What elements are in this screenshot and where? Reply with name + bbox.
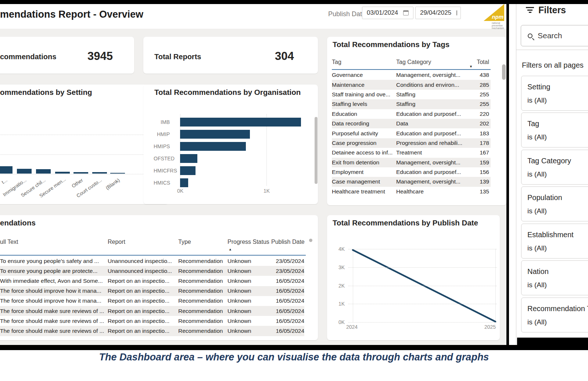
cell: 255 (463, 101, 491, 107)
bar[interactable] (36, 169, 51, 174)
cell: Report on an inspectio... (108, 298, 178, 304)
cell: Education and purposef... (396, 130, 463, 137)
column-header-full-text[interactable]: ull Text (0, 239, 108, 245)
bar[interactable] (180, 130, 250, 139)
category-label: IMB (154, 119, 180, 125)
cell: Management, oversight... (396, 178, 463, 185)
bar[interactable] (180, 154, 197, 163)
table-row[interactable]: To ensure young people are protecte...Un… (0, 266, 304, 276)
cell: Education (332, 111, 396, 117)
vertical-scrollbar[interactable] (315, 117, 318, 184)
bar[interactable] (17, 169, 32, 174)
column-header-type[interactable]: Type (178, 239, 227, 245)
search-icon (528, 33, 533, 38)
cell: To ensure young people's safety and ... (0, 258, 108, 264)
cell: 255 (463, 91, 491, 98)
bottom-border-bar (0, 345, 588, 350)
organisation-chart-card: Total Recommendations by Organisation IM… (143, 85, 318, 204)
table-row[interactable]: EmploymentEducation and purposef...156 (332, 167, 491, 177)
filter-search-input[interactable]: Search (521, 25, 588, 46)
filter-card-setting[interactable]: Settingis (All) (521, 76, 588, 111)
bar[interactable] (180, 142, 246, 151)
table-row[interactable]: Exit from detentionManagement, oversight… (332, 158, 491, 167)
table-row[interactable]: Healthcare treatmentHealthcare135 (332, 187, 491, 196)
table-row[interactable]: Staffing levelsStaffing255 (332, 99, 491, 109)
column-header-publish-date[interactable]: Publish Date (271, 239, 304, 245)
table-row[interactable]: MaintenanceConditions and environ...285 (332, 80, 491, 89)
bar[interactable] (92, 172, 107, 174)
table-row[interactable]: With immediate effect, Avon and Some...R… (0, 276, 304, 286)
filter-card-nation[interactable]: Nationis (All) (521, 260, 588, 295)
cell: 202 (463, 120, 491, 127)
cell: The force should make sure reviews of ..… (0, 328, 108, 334)
npm-logo-text: npm (489, 14, 503, 20)
cell: Data (396, 120, 463, 127)
column-header-tag[interactable]: Tag (332, 59, 396, 65)
table-row[interactable]: Purposeful activityEducation and purpose… (332, 128, 491, 138)
table-row[interactable]: Detainee access to inf...Treatment167 (332, 148, 491, 157)
category-label: HMIPS (154, 143, 180, 149)
category-label: HMIP (154, 131, 180, 137)
filter-card-population[interactable]: Populationis (All) (521, 186, 588, 221)
table-row[interactable]: The force should improve how it mana...R… (0, 296, 304, 306)
column-header-total[interactable]: Total (463, 59, 491, 65)
table-row[interactable]: Case managementManagement, oversight...1… (332, 177, 491, 186)
cell: Unknown (227, 308, 271, 314)
filter-card-establishment[interactable]: Establishmentis (All) (521, 224, 588, 259)
cell: Case management (332, 178, 396, 185)
top-border-bar (0, 0, 588, 4)
y-axis-tick: 4K (332, 246, 345, 252)
table-row[interactable]: The force should make sure reviews of ..… (0, 306, 304, 316)
column-header-progress-status[interactable]: Progress Status (227, 239, 271, 245)
table-row[interactable]: To ensure young people's safety and ...U… (0, 256, 304, 266)
cell: 16/05/2024 (271, 328, 304, 334)
table-row[interactable]: GovernanceManagement, oversight...438 (332, 70, 491, 80)
org-bar-row: OFSTED (154, 152, 308, 164)
cell: Recommendation (178, 298, 227, 304)
date-from-input[interactable]: 03/01/2024 (362, 7, 413, 19)
filter-name: Setting (527, 83, 550, 91)
gridline (348, 322, 497, 323)
calendar-icon[interactable] (403, 10, 409, 15)
bar[interactable] (110, 173, 125, 174)
filter-card-recommendation-t[interactable]: Recommendation Tis (All) (521, 298, 588, 332)
table-row[interactable]: The force should make sure reviews of ..… (0, 326, 304, 336)
filter-card-tag[interactable]: Tagis (All) (521, 113, 588, 147)
filter-card-tag-category[interactable]: Tag Categoryis (All) (521, 150, 588, 185)
cell: The force should improve how it mana... (0, 288, 108, 294)
org-bar-row: IMB (154, 116, 308, 128)
date-from-value: 03/01/2024 (367, 9, 398, 17)
bar[interactable] (74, 172, 88, 174)
recs-table-body: To ensure young people's safety and ...U… (0, 256, 304, 336)
cell: 167 (463, 149, 491, 156)
vertical-scrollbar[interactable] (309, 239, 312, 242)
sort-asc-icon[interactable]: ▲ (229, 248, 232, 251)
column-header-tag-category[interactable]: Tag Category (396, 59, 463, 65)
sort-desc-icon[interactable]: ▼ (469, 65, 473, 68)
cell: Unknown (227, 328, 271, 334)
vertical-scrollbar[interactable] (502, 64, 506, 80)
category-label: HMICFRS (154, 168, 180, 174)
calendar-icon[interactable] (456, 10, 457, 15)
table-header-row: Tag Tag Category Total (332, 59, 491, 65)
filters-section-label: Filters on all pages (522, 61, 584, 70)
date-to-input[interactable]: 29/04/2025 (415, 7, 461, 19)
bar[interactable] (180, 118, 301, 127)
table-row[interactable]: Staff training and ove...Staffing255 (332, 90, 491, 99)
table-row[interactable]: Case progressionProgression and rehabili… (332, 138, 491, 148)
bar[interactable] (180, 178, 188, 187)
cell: Staffing levels (332, 101, 396, 107)
bar[interactable] (180, 166, 196, 175)
cell: Education and purposef... (396, 111, 463, 117)
table-row[interactable]: The force should improve how it mana...R… (0, 286, 304, 296)
table-row[interactable]: Data recordingData202 (332, 119, 491, 128)
table-row[interactable]: EducationEducation and purposef...220 (332, 109, 491, 119)
cell: Unannounced inspectio... (108, 268, 178, 274)
gridline (348, 286, 497, 286)
bar[interactable] (0, 166, 12, 174)
cell: 159 (463, 159, 491, 166)
bar[interactable] (55, 172, 70, 174)
header-underline (0, 255, 306, 256)
column-header-report[interactable]: Report (108, 239, 178, 245)
table-row[interactable]: The force should make sure reviews of ..… (0, 316, 304, 326)
